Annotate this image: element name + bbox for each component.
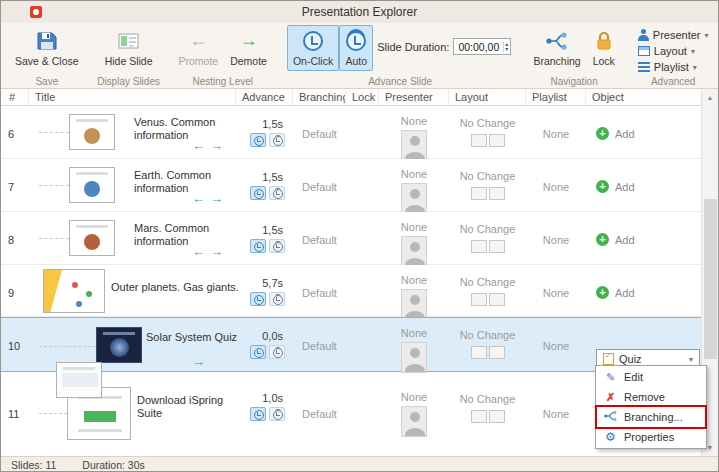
tree-connector — [39, 346, 96, 347]
auto-stopwatch-icon — [345, 30, 367, 52]
group-label-nesting-level: Nesting Level — [167, 76, 279, 87]
menu-item-label: Properties — [624, 431, 674, 443]
row-number: 6 — [1, 106, 29, 161]
col-header-presenter: Presenter — [379, 89, 449, 105]
auto-toggle[interactable] — [269, 292, 285, 306]
layout-cell: No Change — [449, 265, 526, 320]
ribbon-group-save: Save & Close Save — [3, 23, 91, 88]
menu-item-remove[interactable]: ✗ Remove — [597, 387, 705, 407]
slide-thumbnail[interactable] — [43, 269, 105, 313]
on-click-button[interactable]: On-Click — [287, 25, 339, 71]
layout-value: No Change — [460, 393, 516, 405]
layout-cell: No Change — [449, 212, 526, 267]
presenter-value: None — [401, 391, 427, 403]
remove-x-icon: ✗ — [604, 391, 617, 404]
presenter-value: None — [401, 168, 427, 180]
branching-icon — [604, 410, 617, 424]
hide-slide-button[interactable]: Hide Slide — [99, 25, 159, 71]
layout-cell: No Change — [449, 318, 526, 373]
gear-icon: ⚙ — [604, 430, 617, 444]
demote-arrow-icon[interactable]: → — [210, 192, 223, 205]
branching-cell: Default — [293, 265, 346, 320]
table-row[interactable]: 8 Mars. Common information ← → 1,5s Defa… — [1, 212, 703, 265]
layout-dropdown[interactable]: Layout ▾ — [635, 44, 712, 58]
playlist-cell: None — [526, 372, 586, 456]
layout-pages-icon — [471, 410, 504, 422]
demote-arrow-icon[interactable]: → — [210, 245, 223, 258]
presenter-dropdown[interactable]: Presenter ▾ — [635, 28, 712, 42]
layout-value: No Change — [460, 329, 516, 341]
duration-spinner[interactable]: ▴ ▾ — [503, 42, 509, 52]
demote-button[interactable]: → Demote — [224, 25, 273, 71]
quiz-child-thumbnail[interactable] — [56, 362, 102, 398]
on-click-toggle[interactable] — [250, 345, 266, 359]
lock-button[interactable]: Lock — [587, 25, 621, 71]
on-click-toggle[interactable] — [250, 186, 266, 200]
branching-button[interactable]: Branching — [527, 25, 586, 71]
save-close-button[interactable]: Save & Close — [9, 25, 85, 71]
table-row[interactable]: 7 Earth. Common information ← → 1,5s Def… — [1, 159, 703, 212]
promote-arrow-icon[interactable]: ← — [192, 139, 205, 152]
title-cell: Venus. Common information ← → — [29, 106, 236, 161]
on-click-toggle[interactable] — [250, 239, 266, 253]
advance-cell: 1,5s — [236, 212, 293, 267]
on-click-toggle[interactable] — [250, 133, 266, 147]
auto-toggle[interactable] — [269, 345, 285, 359]
presenter-person-icon — [638, 29, 649, 41]
table-row-selected[interactable]: 10 Solar System Quiz ← → 0,0s Default — [1, 317, 703, 372]
demote-arrow-icon[interactable]: → — [192, 355, 205, 368]
add-label: Add — [615, 287, 635, 299]
menu-item-edit[interactable]: ✎ Edit — [597, 367, 705, 387]
add-object-button[interactable]: + Add — [596, 127, 635, 140]
promote-button[interactable]: ← Promote — [173, 25, 225, 71]
auto-toggle[interactable] — [269, 133, 285, 147]
branching-value: Default — [302, 234, 337, 246]
slide-thumbnail[interactable] — [96, 327, 142, 363]
presenter-cell: None — [379, 265, 449, 320]
on-click-toggle[interactable] — [250, 407, 266, 421]
playlist-icon — [638, 62, 650, 72]
slide-duration-value: 00:00,00 — [458, 41, 499, 53]
playlist-dropdown[interactable]: Playlist ▾ — [635, 60, 712, 74]
promote-arrow-icon[interactable]: ← — [192, 192, 205, 205]
on-click-toggle[interactable] — [250, 292, 266, 306]
add-label: Add — [615, 128, 635, 140]
spinner-down-icon[interactable]: ▾ — [505, 47, 508, 52]
title-cell: Mars. Common information ← → — [29, 212, 236, 267]
scrollbar-thumb[interactable] — [704, 199, 717, 359]
chevron-down-icon: ▾ — [693, 63, 697, 72]
auto-toggle[interactable] — [269, 407, 285, 421]
menu-item-properties[interactable]: ⚙ Properties — [597, 427, 705, 447]
slide-thumbnail[interactable] — [69, 114, 115, 150]
add-object-button[interactable]: + Add — [596, 286, 635, 299]
layout-value: No Change — [460, 170, 516, 182]
table-row[interactable]: 9 Outer planets. Gas giants. 5,7s Defaul… — [1, 265, 703, 317]
slide-duration-input[interactable]: 00:00,00 ▴ ▾ — [453, 38, 511, 55]
branching-cell: Default — [293, 159, 346, 214]
slide-duration-label: Slide Duration: — [377, 41, 449, 53]
row-number: 10 — [1, 318, 29, 373]
title-cell: Earth. Common information ← → — [29, 159, 236, 214]
group-label-navigation: Navigation — [521, 76, 626, 87]
row-number: 8 — [1, 212, 29, 267]
demote-arrow-icon[interactable]: → — [210, 139, 223, 152]
ribbon-group-advanced: Presenter ▾ Layout ▾ Playlist ▾ Advanced — [629, 23, 718, 88]
slide-thumbnail[interactable] — [69, 167, 115, 203]
slide-thumbnail[interactable] — [69, 220, 115, 256]
lock-cell — [346, 265, 379, 320]
presenter-value: None — [401, 115, 427, 127]
auto-toggle[interactable] — [269, 239, 285, 253]
add-object-button[interactable]: + Add — [596, 180, 635, 193]
promote-arrow-icon[interactable]: ← — [192, 245, 205, 258]
col-header-playlist: Playlist — [526, 89, 586, 105]
menu-item-branching[interactable]: Branching... — [597, 407, 705, 427]
presenter-cell: None — [379, 318, 449, 373]
layout-pages-icon — [471, 187, 504, 199]
scroll-up-button[interactable]: ▲ — [702, 89, 718, 106]
auto-button[interactable]: Auto — [339, 25, 373, 71]
table-row[interactable]: 6 Venus. Common information ← → 1,5s Def… — [1, 106, 703, 159]
group-label-advance-slide: Advance Slide — [281, 76, 519, 87]
auto-toggle[interactable] — [269, 186, 285, 200]
promote-arrow-icon: ← — [189, 29, 207, 52]
add-object-button[interactable]: + Add — [596, 233, 635, 246]
